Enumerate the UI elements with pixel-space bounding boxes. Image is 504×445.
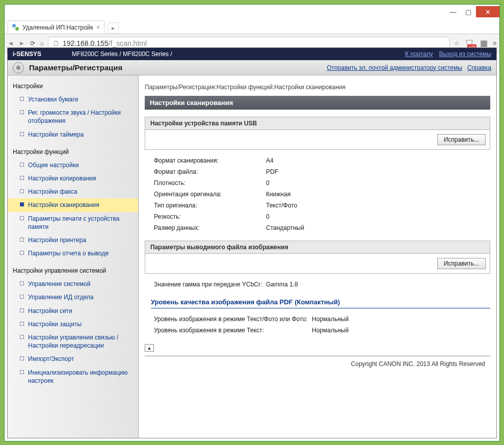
- bullet-icon: [20, 132, 24, 136]
- sidebar-item[interactable]: Настройки управления связью / Настройки …: [8, 331, 138, 352]
- sidebar-item-label: Настройки защиты: [28, 320, 82, 328]
- sidebar-item[interactable]: Импорт/Экспорт: [8, 352, 138, 365]
- setting-label: Резкость:: [154, 213, 266, 220]
- bullet-icon: [20, 295, 24, 299]
- home-button[interactable]: ⌂: [40, 40, 44, 47]
- section-output-head: Параметры выводимого файла изображения: [145, 241, 490, 254]
- pdf-quality-subhead: Уровень качества изображения файла PDF (…: [151, 296, 490, 308]
- mail-admin-link[interactable]: Отправить эл. почтой администратору сист…: [327, 64, 462, 71]
- sidebar-item-label: Управление ИД отдела: [28, 293, 94, 301]
- url-host: 192.168.0.155: [63, 39, 109, 47]
- sidebar-item-label: Импорт/Экспорт: [28, 355, 74, 363]
- setting-value: Стандартный: [266, 224, 304, 231]
- sidebar-item[interactable]: Настройки таймера: [8, 128, 138, 141]
- sidebar-item-label: Настройки таймера: [28, 130, 84, 139]
- sidebar-item[interactable]: Общие настройки: [8, 159, 138, 172]
- edit-button-output[interactable]: Исправить...: [437, 258, 486, 269]
- sidebar-item[interactable]: Рег. громкости звука / Настройки отображ…: [8, 106, 138, 127]
- setting-label: Формат сканирования:: [154, 157, 266, 164]
- sidebar-item[interactable]: Настройки принтера: [8, 233, 138, 247]
- sidebar-item-label: Настройки сети: [28, 307, 72, 315]
- bullet-icon: [20, 238, 24, 242]
- tab-close-icon[interactable]: ×: [96, 23, 100, 31]
- app-frame: i-SENSYS MF8200C Series / MF8200C Series…: [7, 47, 497, 438]
- star-icon[interactable]: ☆: [454, 40, 460, 47]
- sidebar-item[interactable]: Настройки факса: [8, 185, 138, 198]
- setting-value: A4: [266, 157, 274, 164]
- sidebar-item[interactable]: Инициализизировать информацию настроек: [8, 366, 138, 387]
- bookmarks-icon[interactable]: ▦: [480, 38, 488, 48]
- sidebar-item-label: Управление системой: [28, 280, 90, 288]
- logout-link[interactable]: Выход из системы: [439, 50, 491, 58]
- back-button[interactable]: ◄: [8, 40, 14, 47]
- window-titlebar: — ▢ ✕: [5, 5, 499, 19]
- forward-button[interactable]: ►: [19, 40, 25, 47]
- setting-row: Формат файла:PDF: [154, 166, 490, 177]
- url-path: /f_scan.html: [109, 39, 147, 47]
- sidebar-item[interactable]: Настройки копирования: [8, 172, 138, 185]
- extension-button[interactable]: +28: [465, 39, 475, 48]
- bullet-icon: [20, 110, 24, 114]
- help-link[interactable]: Справка: [467, 64, 491, 71]
- app-header: i-SENSYS MF8200C Series / MF8200C Series…: [8, 48, 496, 60]
- section-output-actions: Исправить...: [145, 254, 490, 274]
- sidebar-item[interactable]: Настройки сети: [8, 304, 138, 318]
- bullet-icon: [20, 202, 24, 206]
- pdf-quality-table: Уровень изображения в режиме Текст/Фото …: [154, 313, 490, 336]
- sidebar-item[interactable]: Управление системой: [8, 277, 138, 291]
- sidebar-item-label: Настройки копирования: [28, 174, 96, 182]
- new-tab-button[interactable]: ▸: [108, 22, 119, 34]
- sidebar-item[interactable]: Настройки защиты: [8, 318, 138, 331]
- setting-row: Резкость:0: [154, 211, 490, 222]
- minimize-button[interactable]: —: [445, 6, 461, 17]
- maximize-button[interactable]: ▢: [461, 6, 476, 17]
- bullet-icon: [20, 370, 24, 374]
- nav-buttons: ◄ ► ⟳ ⌂: [8, 40, 44, 47]
- tab-title: Удаленный ИП:Настройк: [22, 24, 93, 31]
- bullet-icon: [20, 335, 24, 339]
- sidebar-item-label: Инициализизировать информацию настроек: [28, 369, 133, 385]
- section-usb-head: Настройки устройства памяти USB: [145, 117, 490, 130]
- sidebar-item[interactable]: Параметры печати с устройства памяти: [8, 212, 138, 233]
- setting-row: Тип оригинала:Текст/Фото: [154, 200, 490, 211]
- product-name: i-SENSYS: [13, 50, 41, 58]
- setting-label: Уровень изображения в режиме Текст/Фото …: [154, 316, 312, 323]
- setting-row: Размер данных:Стандартный: [154, 222, 490, 233]
- bullet-icon: [20, 281, 24, 285]
- page-heading: Параметры/Регистрация: [29, 63, 122, 72]
- setting-label: Ориентация оригинала:: [154, 191, 266, 198]
- bullet-icon: [20, 251, 24, 255]
- tab-strip: Удаленный ИП:Настройк × ▸: [5, 19, 499, 34]
- setting-value: 0: [266, 213, 270, 220]
- setting-label: Размер данных:: [154, 224, 266, 231]
- edit-button-usb[interactable]: Исправить...: [437, 134, 486, 145]
- setting-value: 0: [266, 179, 270, 187]
- menu-icon[interactable]: ≡: [493, 40, 496, 47]
- setting-value: PDF: [266, 168, 278, 175]
- browser-tab[interactable]: Удаленный ИП:Настройк ×: [8, 20, 104, 34]
- page-icon: 🗋: [52, 39, 60, 47]
- sidebar-item-label: Параметры печати с устройства памяти: [28, 215, 133, 231]
- sidebar-item-label: Настройки факса: [28, 188, 77, 196]
- bullet-icon: [20, 216, 24, 220]
- portal-link[interactable]: К порталу: [405, 50, 433, 58]
- sidebar-item-label: Общие настройки: [28, 161, 79, 169]
- sidebar-item-label: Параметры отчета о выводе: [28, 249, 109, 257]
- sidebar-item[interactable]: Параметры отчета о выводе: [8, 247, 138, 260]
- sidebar-group-head: Настройки управления системой: [8, 264, 138, 277]
- sidebar-item[interactable]: Управление ИД отдела: [8, 291, 138, 304]
- setting-value: Gamma 1.8: [266, 281, 298, 288]
- close-button[interactable]: ✕: [476, 6, 499, 17]
- sidebar-item[interactable]: Настройки сканирования: [8, 198, 138, 212]
- setting-value: Текст/Фото: [266, 202, 297, 209]
- reload-button[interactable]: ⟳: [30, 40, 35, 47]
- setting-value: Нормальный: [312, 327, 349, 334]
- sidebar-item-label: Настройки управления связью / Настройки …: [28, 333, 133, 350]
- window-controls: — ▢ ✕: [445, 6, 499, 17]
- bullet-icon: [20, 189, 24, 193]
- scroll-top-icon[interactable]: ▲: [145, 344, 154, 352]
- bullet-icon: [20, 322, 24, 326]
- setting-label: Формат файла:: [154, 168, 266, 175]
- sidebar-item[interactable]: Установки бумаги: [8, 93, 138, 106]
- main-panel: Параметры/Регистрация:Настройки функций:…: [139, 75, 496, 438]
